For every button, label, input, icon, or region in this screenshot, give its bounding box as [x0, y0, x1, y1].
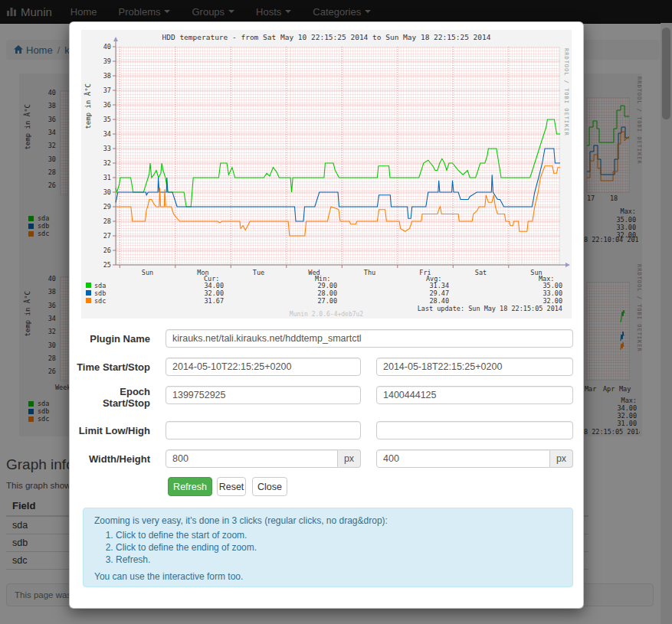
- legend-color-swatch: [86, 290, 91, 296]
- series-line-sdb: [116, 149, 560, 221]
- note-steps: Click to define the start of zoom. Click…: [105, 530, 562, 565]
- epoch-stop-input[interactable]: [376, 386, 573, 404]
- legend-series-name: sdb: [94, 289, 106, 297]
- stat-value: 31.34: [415, 282, 449, 289]
- time-start-stop-label: Time Start/Stop: [74, 361, 150, 373]
- plugin-name-label: Plugin Name: [74, 333, 150, 345]
- epoch-start-input[interactable]: [166, 386, 361, 404]
- note-step: Click to define the ending of zoom.: [116, 542, 562, 553]
- close-button[interactable]: Close: [252, 477, 287, 496]
- stat-value: 27.00: [303, 297, 337, 305]
- stat-value: 33.00: [529, 289, 562, 297]
- time-start-input[interactable]: [166, 358, 361, 376]
- reset-button[interactable]: Reset: [217, 477, 246, 496]
- screen: Munin HomeProblemsGroupsHostsCategories …: [0, 0, 672, 624]
- width-input[interactable]: [166, 449, 338, 468]
- legend-color-swatch: [86, 283, 91, 288]
- note-step: Click to define the start of zoom.: [116, 530, 562, 541]
- epoch-start-stop-label: Epoch Start/Stop: [89, 386, 150, 409]
- plugin-name-input[interactable]: [166, 329, 573, 348]
- height-unit-addon: px: [550, 449, 573, 468]
- stat-value: 29.00: [303, 282, 337, 289]
- stat-value: 31.67: [190, 297, 224, 305]
- limit-low-input[interactable]: [166, 421, 361, 439]
- stat-value: 34.00: [190, 282, 224, 289]
- legend-series-name: sda: [94, 282, 106, 289]
- limit-high-input[interactable]: [376, 421, 573, 439]
- zoom-dialog: HDD temperature - from Sat May 10 22:15:…: [69, 21, 584, 609]
- graph-image[interactable]: HDD temperature - from Sat May 10 22:15:…: [81, 30, 572, 319]
- stat-value: 28.00: [303, 289, 337, 297]
- note-step: Refresh.: [116, 554, 562, 565]
- time-stop-input[interactable]: [376, 358, 573, 376]
- zoom-help-note: Zooming is very easy, it's done in 3 cli…: [83, 508, 573, 587]
- stat-value: 35.00: [529, 282, 562, 289]
- note-outro: You can use the interactive form too.: [94, 571, 562, 582]
- width-unit-addon: px: [338, 449, 361, 468]
- stat-value: 32.00: [190, 289, 224, 297]
- note-intro: Zooming is very easy, it's done in 3 cli…: [94, 515, 562, 526]
- limit-low-high-label: Limit Low/High: [74, 425, 150, 436]
- refresh-button[interactable]: Refresh: [168, 477, 212, 496]
- height-input[interactable]: [376, 449, 550, 468]
- width-height-label: Width/Height: [74, 453, 150, 465]
- stat-value: 29.47: [415, 289, 449, 297]
- legend-color-swatch: [86, 298, 91, 303]
- series-line-sdc: [116, 166, 560, 236]
- legend-series-name: sdc: [94, 297, 106, 305]
- stat-value: 28.40: [415, 297, 449, 305]
- stat-value: 32.00: [529, 297, 562, 305]
